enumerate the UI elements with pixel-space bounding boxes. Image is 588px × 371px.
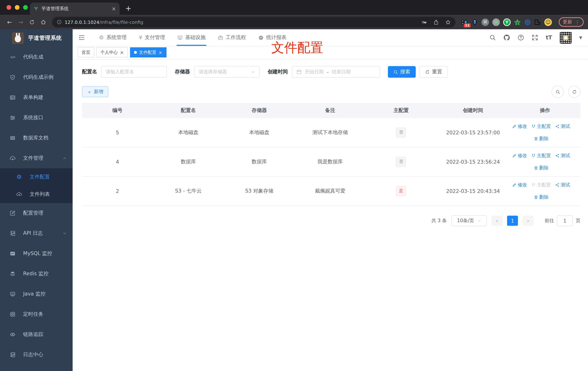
key-icon[interactable]: [421, 19, 427, 25]
sidebar-item[interactable]: 定时任务: [0, 304, 73, 324]
back-icon[interactable]: ←: [4, 17, 15, 27]
eye-extension-icon[interactable]: [524, 19, 531, 25]
nav-item[interactable]: ⚙ 系统管理: [93, 29, 133, 46]
browser-update-button[interactable]: 更新 ⋮: [559, 17, 584, 27]
sidebar-item[interactable]: </> 代码生成: [0, 47, 73, 67]
toggle-search-button[interactable]: [552, 86, 564, 98]
forward-icon[interactable]: →: [16, 17, 26, 27]
command-extension-icon[interactable]: ⌘: [482, 18, 489, 26]
browser-tab[interactable]: 芋道管理系统 ×: [30, 2, 120, 15]
goto-page-input[interactable]: 1: [557, 215, 573, 226]
primary-link[interactable]: 主配置: [532, 123, 551, 130]
edit-link[interactable]: 修改: [512, 182, 527, 188]
close-window-button[interactable]: [7, 5, 11, 10]
cell-id: 4: [82, 147, 153, 177]
test-link[interactable]: 测试: [555, 123, 570, 130]
puzzle-extension-icon[interactable]: [534, 19, 541, 25]
minimize-window-button[interactable]: [15, 5, 20, 10]
nav-item[interactable]: 工作流程: [212, 29, 252, 46]
bookmark-star-icon[interactable]: [445, 19, 451, 25]
storage-label: 存储器: [175, 69, 190, 75]
font-size-icon[interactable]: tT: [546, 34, 552, 41]
smiley-extension-icon[interactable]: ☺: [544, 18, 552, 26]
sidebar-item[interactable]: Redis 监控: [0, 264, 73, 284]
url-bar[interactable]: 127.0.0.1:1024 /infra/file/file-config: [52, 17, 455, 27]
sidebar-item[interactable]: 配置管理: [0, 203, 73, 223]
sidebar-item[interactable]: MySQL 监控: [0, 244, 73, 264]
tab-groups-icon[interactable]: 11: [461, 19, 468, 25]
config-name-input[interactable]: 请输入配置名: [101, 66, 167, 78]
nav-item[interactable]: ¥ 支付管理: [133, 29, 171, 46]
star-extension-icon[interactable]: [514, 19, 521, 25]
search-icon[interactable]: [489, 34, 496, 41]
zoom-window-button[interactable]: [23, 5, 28, 10]
test-link[interactable]: 测试: [555, 182, 570, 188]
traffic-lights[interactable]: [7, 5, 28, 10]
close-icon[interactable]: ×: [120, 50, 124, 55]
url-path: /infra/file/file-config: [99, 19, 143, 25]
help-icon[interactable]: [518, 34, 524, 41]
sidebar-item[interactable]: 文件列表: [0, 186, 73, 203]
add-button[interactable]: ＋ 新增: [82, 86, 108, 97]
sidebar-item[interactable]: Java 监控: [0, 284, 73, 304]
table-row: 5 本地磁盘 本地磁盘 测试下本地存储 否 2022-03-15 23:57:0…: [82, 118, 580, 147]
sidebar-item[interactable]: 系统接口: [0, 108, 73, 128]
edit-link[interactable]: 修改: [512, 123, 527, 130]
cell-name: S3 - 七牛云: [153, 177, 224, 206]
search-icon: [555, 89, 560, 94]
sidebar-item[interactable]: 文件管理: [0, 148, 73, 168]
plus-icon: ＋: [87, 89, 92, 94]
reload-icon[interactable]: [27, 17, 37, 27]
dot-extension-icon[interactable]: [492, 18, 500, 26]
total-count: 共 3 条: [431, 217, 447, 224]
storage-select[interactable]: 请选择存储器: [194, 66, 260, 78]
sidebar-item[interactable]: ⚙ 文件配置: [0, 168, 73, 186]
sidebar-item[interactable]: 数据库文档: [0, 128, 73, 148]
fullscreen-icon[interactable]: [532, 34, 538, 41]
current-page[interactable]: 1: [507, 216, 518, 226]
nav-item[interactable]: 基础设施: [171, 29, 212, 46]
avatar[interactable]: [560, 32, 572, 43]
new-tab-button[interactable]: +: [125, 4, 131, 13]
github-icon[interactable]: [504, 34, 510, 41]
page-size-select[interactable]: 10条/页: [452, 215, 487, 226]
sidebar-item[interactable]: 链路追踪: [0, 324, 73, 345]
primary-link[interactable]: 主配置: [532, 182, 551, 188]
cell-storage: 数据库: [224, 147, 295, 177]
close-icon[interactable]: ×: [158, 50, 163, 55]
caret-down-icon[interactable]: ▼: [579, 35, 582, 40]
sidebar-item[interactable]: 表单构建: [0, 87, 73, 108]
y-extension-icon[interactable]: Y: [503, 18, 511, 26]
page-tab[interactable]: 文件配置 ×: [130, 47, 167, 57]
kite-extension-icon[interactable]: [471, 19, 478, 25]
share-upload-icon[interactable]: [433, 19, 439, 25]
next-page-button[interactable]: ›: [523, 216, 534, 226]
header-actions: tT ▼: [489, 32, 582, 43]
collapse-sidebar-icon[interactable]: [78, 34, 85, 41]
delete-link[interactable]: 删除: [534, 165, 549, 171]
search-button[interactable]: 搜索: [388, 66, 416, 78]
prev-page-button[interactable]: ‹: [492, 216, 502, 226]
sidebar-item[interactable]: 代码生成示例: [0, 67, 73, 87]
timer-icon: [9, 311, 16, 317]
browser-menu-icon[interactable]: ⋮: [575, 19, 580, 25]
edit-link[interactable]: 修改: [512, 152, 527, 159]
page-tab[interactable]: 首页: [78, 47, 94, 57]
sidebar-item[interactable]: 日志中心: [0, 345, 73, 365]
test-link[interactable]: 测试: [555, 152, 570, 159]
home-icon[interactable]: [38, 17, 48, 27]
tab-close-icon[interactable]: ×: [112, 6, 116, 11]
delete-link[interactable]: 删除: [534, 194, 549, 201]
create-time-label: 创建时间: [268, 69, 288, 75]
date-range-input[interactable]: 开始日期 - 结束日期: [292, 66, 380, 78]
sidebar-item[interactable]: API 日志: [0, 223, 73, 244]
sidebar-logo[interactable]: 芋道管理系统: [0, 29, 73, 47]
delete-link[interactable]: 删除: [534, 136, 549, 142]
page-tab[interactable]: 个人中心 ×: [96, 47, 128, 57]
refresh-table-button[interactable]: [568, 86, 580, 98]
cell-name: 本地磁盘: [153, 118, 224, 147]
info-icon[interactable]: [57, 20, 62, 25]
reset-button[interactable]: 重置: [419, 66, 448, 78]
browser-toolbar: ← → 127.0.0.1:1024 /infra/file/file-conf…: [0, 15, 588, 29]
primary-link[interactable]: 主配置: [532, 152, 551, 159]
